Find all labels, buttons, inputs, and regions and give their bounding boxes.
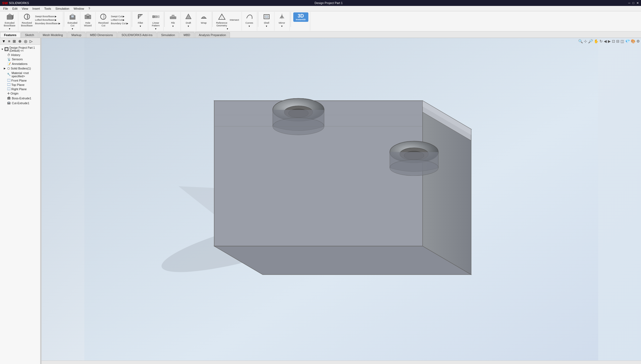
extruded-boss-btn[interactable]: ExtrudedBoss/Base: [3, 12, 16, 28]
menu-item-file[interactable]: File: [1, 6, 10, 11]
tab-mesh-modeling[interactable]: Mesh Modeling: [39, 32, 67, 38]
view-pan-icon[interactable]: ✋: [594, 39, 598, 43]
view-fit-icon[interactable]: ⊡: [612, 39, 615, 43]
intersect-btn[interactable]: Intersect: [229, 18, 240, 22]
tree-top-plane[interactable]: Top Plane: [0, 83, 40, 87]
sidebar-grid-icon[interactable]: ⊞: [12, 39, 17, 44]
tree-history[interactable]: ⏱ History: [0, 53, 40, 57]
shell-chevron[interactable]: ▼: [266, 25, 268, 27]
fillet-btn[interactable]: Fillet: [135, 12, 146, 25]
lofted-cut-btn[interactable]: Lofted Cut ▶: [110, 18, 129, 22]
svg-marker-18: [186, 14, 191, 19]
mirror-chevron[interactable]: ▼: [281, 25, 283, 27]
fillet-chevron[interactable]: ▼: [139, 25, 142, 27]
tab-sketch[interactable]: Sketch: [21, 32, 38, 38]
swept-boss-btn[interactable]: Swept Boss/Base ▶: [34, 15, 61, 18]
extruded-boss-chevron[interactable]: ▼: [9, 28, 11, 30]
view-section-icon[interactable]: ◫: [621, 39, 624, 43]
tab-features[interactable]: Features: [0, 32, 20, 38]
close-btn[interactable]: ✕: [636, 1, 639, 5]
tab-solidworks-addins[interactable]: SOLIDWORKS Add-Ins: [118, 32, 157, 38]
instant3d-btn[interactable]: 3D Instant3D: [293, 12, 308, 22]
menu-item-insert[interactable]: Insert: [30, 6, 42, 11]
sidebar-list-icon[interactable]: ≡: [7, 39, 11, 44]
reference-geometry-btn[interactable]: ReferenceGeometry: [215, 12, 229, 28]
view-select-icon[interactable]: ⊹: [584, 39, 587, 43]
tab-mbd[interactable]: MBD: [180, 32, 194, 38]
view-rotate-icon[interactable]: ↻: [599, 39, 603, 43]
draft-chevron[interactable]: ▼: [187, 25, 189, 27]
menu-item-window[interactable]: Window: [71, 6, 86, 11]
revolved-cut-btn[interactable]: RevolvedCut: [97, 12, 110, 28]
tree-annotations[interactable]: 📝 Annotations: [0, 62, 40, 66]
draft-btn[interactable]: Draft: [182, 12, 194, 25]
extruded-cut-chevron[interactable]: ▼: [71, 28, 74, 30]
swept-cut-btn[interactable]: Swept Cut ▶: [110, 15, 129, 18]
tab-mbd-dimensions[interactable]: MBD Dimensions: [86, 32, 117, 38]
sidebar-add-icon[interactable]: ⊕: [18, 39, 22, 44]
rib-btn[interactable]: Rib: [167, 12, 179, 25]
tree-solid-bodies[interactable]: ▶ ⬡ Solid Bodies(1): [0, 66, 40, 71]
tree-root[interactable]: ▼ 🔲 Design Project Part 1 (Default) <<: [0, 46, 40, 53]
linear-pattern-chevron[interactable]: ▼: [155, 28, 157, 30]
tree-boss-extrude1[interactable]: Boss-Extrude1: [0, 96, 40, 101]
menu-item-?[interactable]: ?: [86, 6, 92, 11]
ref-geo-chevron[interactable]: ▼: [226, 28, 229, 30]
viewport-toolbar: 🔍 ⊹ 🔎 ✋ ↻ ◀ ▶ ⊡ ⊟ ◫ 💎 🎨 ⚙: [578, 39, 640, 43]
mirror-btn[interactable]: Mirror: [276, 12, 288, 25]
menu-item-tools[interactable]: Tools: [42, 6, 53, 11]
view-prev-icon[interactable]: ◀: [604, 39, 607, 43]
view-search-icon[interactable]: 🔍: [578, 39, 583, 43]
tab-simulation[interactable]: Simulation: [157, 32, 179, 38]
shell-btn[interactable]: Shell: [261, 12, 273, 25]
minimize-btn[interactable]: ─: [628, 1, 630, 5]
menu-item-simulation[interactable]: Simulation: [53, 6, 71, 11]
root-icon: 🔲: [4, 47, 9, 51]
view-orientation-icon[interactable]: ⊟: [616, 39, 619, 43]
view-display-icon[interactable]: 💎: [625, 39, 630, 43]
tree-origin[interactable]: ✛ Origin: [0, 91, 40, 96]
cut-extrude1-icon: [7, 101, 11, 105]
curves-btn[interactable]: Curves: [243, 12, 255, 25]
revolved-boss-label: RevolvedBoss/Base: [21, 22, 33, 27]
draft-icon: [185, 13, 192, 21]
boundary-boss-btn[interactable]: Boundary Boss/Base ▶: [34, 22, 61, 25]
sidebar-filter-icon[interactable]: ▼: [1, 39, 6, 44]
revolved-boss-btn[interactable]: RevolvedBoss/Base: [20, 12, 34, 28]
menu-item-edit[interactable]: Edit: [10, 6, 20, 11]
lofted-boss-btn[interactable]: Lofted Boss/Base ▶: [34, 18, 61, 22]
revolved-cut-sub-col: Swept Cut ▶ Lofted Cut ▶ Boundary Cut ▶: [110, 15, 129, 25]
view-appearance-icon[interactable]: 🎨: [631, 39, 635, 43]
maximize-btn[interactable]: □: [632, 1, 634, 5]
tab-markup[interactable]: Markup: [67, 32, 85, 38]
curves-icon: [246, 13, 253, 21]
reference-geometry-group: ReferenceGeometry Intersect ▼: [213, 12, 242, 31]
view-options-icon[interactable]: ⚙: [636, 39, 640, 43]
view-next-icon[interactable]: ▶: [608, 39, 611, 43]
window-controls[interactable]: ─ □ ✕: [628, 1, 639, 5]
front-plane-label: Front Plane: [11, 79, 27, 82]
rib-chevron[interactable]: ▼: [172, 25, 174, 27]
linear-pattern-btn[interactable]: LinearPattern: [150, 12, 162, 28]
boundary-cut-btn[interactable]: Boundary Cut ▶: [110, 22, 129, 25]
viewport[interactable]: 🔍 ⊹ 🔎 ✋ ↻ ◀ ▶ ⊡ ⊟ ◫ 💎 🎨 ⚙: [42, 38, 641, 364]
sidebar-target-icon[interactable]: ◎: [23, 39, 28, 44]
tree-front-plane[interactable]: Front Plane: [0, 78, 40, 83]
wrap-btn[interactable]: Wrap: [198, 12, 210, 25]
tree-sensors[interactable]: 📡 Sensors: [0, 57, 40, 62]
tree-cut-extrude1[interactable]: Cut-Extrude1: [0, 101, 40, 106]
hole-wizard-btn[interactable]: HoleWizard: [82, 12, 94, 28]
sidebar-arrow-icon[interactable]: ▷: [29, 39, 33, 44]
tab-analysis-preparation[interactable]: Analysis Preparation: [195, 32, 230, 38]
tree-material[interactable]: 🔧 Material <not specified>: [0, 71, 40, 78]
view-zoom-icon[interactable]: 🔎: [588, 39, 593, 43]
shell-label: Shell: [264, 22, 269, 24]
extruded-cut-btn[interactable]: ExtrudedCut: [67, 12, 78, 28]
revolved-cut-icon: [99, 13, 107, 21]
curves-chevron[interactable]: ▼: [248, 25, 250, 27]
tree-right-plane[interactable]: Right Plane: [0, 87, 40, 91]
annotations-label: Annotations: [12, 62, 27, 65]
menu-item-view[interactable]: View: [20, 6, 30, 11]
material-icon: 🔧: [7, 73, 11, 76]
instant3d-group: 3D Instant3D: [292, 12, 310, 31]
